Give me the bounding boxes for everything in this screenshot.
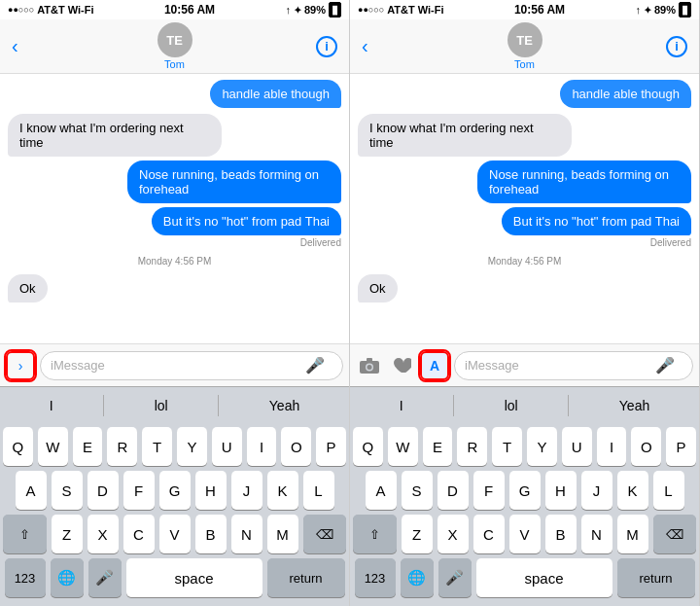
info-button-right[interactable]: i: [666, 36, 687, 57]
key-J-right[interactable]: J: [581, 471, 612, 510]
bubble-incoming-1-left: I know what I'm ordering next time: [8, 114, 222, 157]
svg-rect-3: [367, 358, 372, 362]
key-J-left[interactable]: J: [231, 471, 262, 510]
autocomplete-bar-right: I lol Yeah: [350, 386, 699, 423]
expand-button-left[interactable]: ›: [6, 351, 35, 380]
key-globe-right[interactable]: 🌐: [401, 558, 434, 597]
key-backspace-right[interactable]: ⌫: [653, 515, 697, 553]
key-globe-left[interactable]: 🌐: [51, 558, 84, 597]
carrier: AT&T Wi-Fi: [37, 4, 93, 16]
key-W-right[interactable]: W: [388, 427, 418, 466]
key-M-right[interactable]: M: [617, 515, 648, 553]
imessage-input-left[interactable]: iMessage 🎤: [40, 351, 343, 380]
key-space-right[interactable]: space: [476, 558, 612, 597]
key-M-left[interactable]: M: [267, 515, 298, 553]
camera-button-right[interactable]: [356, 352, 383, 379]
key-K-right[interactable]: K: [617, 471, 648, 510]
key-B-left[interactable]: B: [195, 515, 227, 553]
key-B-right[interactable]: B: [545, 515, 577, 553]
key-A-right[interactable]: A: [366, 471, 397, 510]
key-Z-right[interactable]: Z: [402, 515, 433, 553]
imessage-input-right[interactable]: iMessage 🎤: [454, 351, 693, 380]
info-button-left[interactable]: i: [316, 36, 337, 57]
bubble-incoming-1-right: I know what I'm ordering next time: [358, 114, 572, 157]
key-E-left[interactable]: E: [73, 427, 103, 466]
key-123-left[interactable]: 123: [5, 558, 46, 597]
key-V-right[interactable]: V: [509, 515, 541, 553]
key-R-right[interactable]: R: [457, 427, 487, 466]
key-V-left[interactable]: V: [159, 515, 191, 553]
key-C-left[interactable]: C: [123, 515, 155, 553]
key-R-left[interactable]: R: [107, 427, 137, 466]
keyboard-right: Q W E R T Y U I O P A S D F G H J K L ⇧ …: [350, 423, 699, 606]
key-A-left[interactable]: A: [16, 471, 47, 510]
status-right-left: ↑ ✦ 89% ▮: [285, 2, 341, 18]
key-mic-left[interactable]: 🎤: [88, 558, 122, 597]
battery-icon-left: ▮: [329, 2, 341, 18]
app-store-button-right[interactable]: A: [420, 351, 449, 380]
key-mic-right[interactable]: 🎤: [438, 558, 472, 597]
contact-name-left[interactable]: Tom: [164, 58, 185, 70]
key-G-left[interactable]: G: [159, 471, 191, 510]
key-L-left[interactable]: L: [303, 471, 334, 510]
key-backspace-left[interactable]: ⌫: [303, 515, 347, 553]
key-X-right[interactable]: X: [438, 515, 469, 553]
key-D-left[interactable]: D: [88, 471, 119, 510]
key-F-right[interactable]: F: [473, 471, 505, 510]
input-placeholder-right: iMessage: [465, 358, 655, 373]
key-T-left[interactable]: T: [142, 427, 172, 466]
key-I-left[interactable]: I: [247, 427, 277, 466]
key-shift-left[interactable]: ⇧: [3, 515, 47, 553]
key-Y-left[interactable]: Y: [177, 427, 207, 466]
key-N-left[interactable]: N: [231, 515, 262, 553]
autocomplete-word-3-right[interactable]: Yeah: [610, 394, 659, 417]
autocomplete-word-1-left[interactable]: I: [40, 394, 63, 417]
key-return-left[interactable]: return: [267, 558, 345, 597]
key-F-left[interactable]: F: [123, 471, 155, 510]
key-Y-right[interactable]: Y: [527, 427, 557, 466]
key-H-left[interactable]: H: [195, 471, 227, 510]
key-123-right[interactable]: 123: [355, 558, 396, 597]
back-button-left[interactable]: ‹: [12, 35, 18, 57]
key-shift-right[interactable]: ⇧: [353, 515, 397, 553]
heart-button-right[interactable]: [388, 352, 415, 379]
key-E-right[interactable]: E: [423, 427, 453, 466]
app-store-icon-right: A: [430, 358, 439, 374]
key-T-right[interactable]: T: [492, 427, 522, 466]
key-I-right[interactable]: I: [597, 427, 627, 466]
nav-bar-left: ‹ TE Tom i: [0, 19, 349, 74]
key-U-left[interactable]: U: [212, 427, 242, 466]
key-G-right[interactable]: G: [509, 471, 541, 510]
key-return-right[interactable]: return: [617, 558, 695, 597]
key-P-right[interactable]: P: [666, 427, 696, 466]
key-L-right[interactable]: L: [653, 471, 684, 510]
key-X-left[interactable]: X: [88, 515, 119, 553]
key-U-right[interactable]: U: [562, 427, 592, 466]
key-row-4-right: 123 🌐 🎤 space return: [353, 558, 696, 597]
key-K-left[interactable]: K: [267, 471, 298, 510]
key-Q-right[interactable]: Q: [353, 427, 383, 466]
key-space-left[interactable]: space: [126, 558, 262, 597]
key-P-left[interactable]: P: [316, 427, 346, 466]
carrier-right: AT&T Wi-Fi: [387, 4, 443, 16]
key-Q-left[interactable]: Q: [3, 427, 33, 466]
key-W-left[interactable]: W: [38, 427, 68, 466]
bubble-outgoing-2-right: But it's no "hot" from pad Thai: [502, 207, 691, 235]
key-H-right[interactable]: H: [545, 471, 577, 510]
key-C-right[interactable]: C: [473, 515, 505, 553]
key-S-left[interactable]: S: [52, 471, 83, 510]
contact-name-right[interactable]: Tom: [514, 58, 535, 70]
key-Z-left[interactable]: Z: [52, 515, 83, 553]
status-bar-left: ●●○○○ AT&T Wi-Fi 10:56 AM ↑ ✦ 89% ▮: [0, 0, 349, 19]
key-O-left[interactable]: O: [281, 427, 311, 466]
autocomplete-word-1-right[interactable]: I: [390, 394, 413, 417]
autocomplete-word-3-left[interactable]: Yeah: [260, 394, 309, 417]
autocomplete-word-2-right[interactable]: lol: [495, 394, 528, 417]
key-O-right[interactable]: O: [631, 427, 661, 466]
key-S-right[interactable]: S: [402, 471, 433, 510]
back-button-right[interactable]: ‹: [362, 35, 368, 57]
autocomplete-word-2-left[interactable]: lol: [145, 394, 178, 417]
bubble-incoming-2-right: Ok: [358, 274, 398, 303]
key-D-right[interactable]: D: [438, 471, 469, 510]
key-N-right[interactable]: N: [581, 515, 612, 553]
